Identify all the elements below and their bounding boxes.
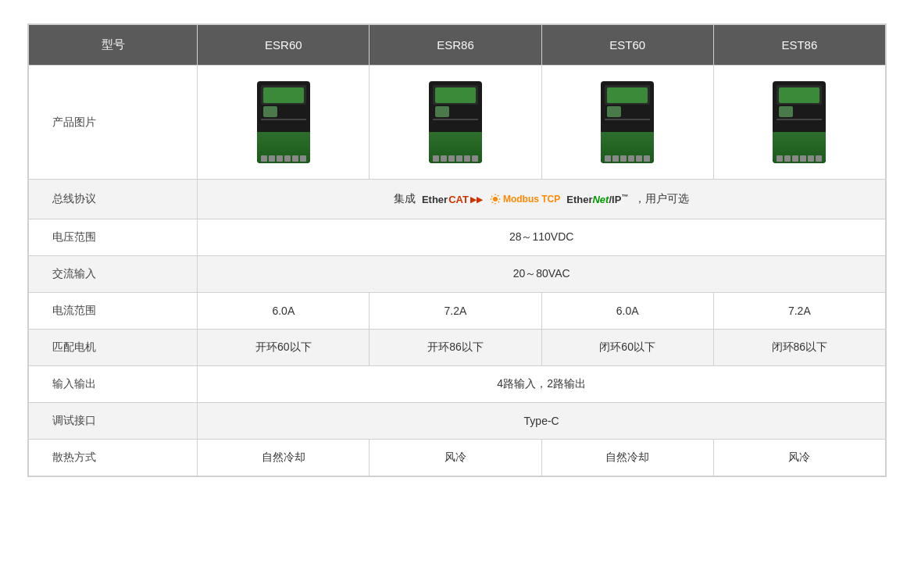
device-screen bbox=[263, 87, 304, 103]
heat-est86: 风冷 bbox=[713, 440, 885, 476]
current-esr86: 7.2A bbox=[370, 293, 541, 330]
product-image-est86 bbox=[713, 66, 885, 180]
row-label-ac-input: 交流输入 bbox=[29, 256, 198, 293]
heat-esr86: 风冷 bbox=[370, 440, 541, 476]
device-port bbox=[779, 106, 793, 117]
device-illustration-esr60 bbox=[257, 81, 310, 163]
io-text: 4路输入，2路输出 bbox=[497, 377, 586, 390]
motor-est86: 闭环86以下 bbox=[713, 330, 885, 366]
voltage-value: 28～110VDC bbox=[198, 219, 886, 256]
ac-text: 20～80VAC bbox=[513, 267, 570, 280]
current-esr60: 6.0A bbox=[198, 293, 370, 330]
header-est86: EST86 bbox=[713, 25, 885, 66]
row-label-voltage: 电压范围 bbox=[29, 219, 198, 256]
device-pins bbox=[777, 155, 822, 162]
row-label-bus-protocol: 总线协议 bbox=[29, 180, 198, 219]
device-pins bbox=[261, 155, 306, 162]
ac-value: 20～80VAC bbox=[198, 256, 886, 293]
row-label-motor: 匹配电机 bbox=[29, 330, 198, 366]
device-screen bbox=[435, 87, 476, 103]
device-screen bbox=[779, 87, 819, 103]
device-illustration-est60 bbox=[601, 81, 654, 163]
current-est86: 7.2A bbox=[713, 293, 885, 330]
device-illustration-est86 bbox=[773, 81, 826, 163]
header-esr60: ESR60 bbox=[198, 25, 370, 66]
device-port bbox=[607, 106, 621, 117]
heat-esr60: 自然冷却 bbox=[198, 440, 370, 476]
ethercat-logo: EtherCAT▶▶ bbox=[422, 194, 483, 205]
voltage-text: 28～110VDC bbox=[509, 230, 574, 243]
motor-esr86: 开环86以下 bbox=[370, 330, 541, 366]
svg-point-0 bbox=[493, 197, 498, 201]
current-est60: 6.0A bbox=[541, 293, 713, 330]
device-port bbox=[435, 106, 449, 117]
motor-esr60: 开环60以下 bbox=[198, 330, 370, 366]
header-est60: EST60 bbox=[541, 25, 713, 66]
bus-protocol-content: 集成 EtherCAT▶▶ Modbus TCP EtherNet/IP™ bbox=[213, 192, 869, 206]
row-label-product-image: 产品图片 bbox=[29, 66, 198, 180]
debug-value: Type-C bbox=[198, 403, 886, 440]
bus-prefix-text: 集成 bbox=[394, 192, 416, 206]
device-illustration-esr86 bbox=[429, 81, 482, 163]
header-model: 型号 bbox=[29, 25, 198, 66]
product-image-esr86 bbox=[370, 66, 541, 180]
device-port bbox=[263, 106, 277, 117]
bus-protocol-value-cell: 集成 EtherCAT▶▶ Modbus TCP EtherNet/IP™ bbox=[198, 180, 886, 219]
device-pins bbox=[605, 155, 650, 162]
heat-est60: 自然冷却 bbox=[541, 440, 713, 476]
device-pins bbox=[433, 155, 478, 162]
product-image-est60 bbox=[541, 66, 713, 180]
io-value: 4路输入，2路输出 bbox=[198, 366, 886, 403]
row-label-io: 输入输出 bbox=[29, 366, 198, 403]
motor-est60: 闭环60以下 bbox=[541, 330, 713, 366]
row-label-debug: 调试接口 bbox=[29, 403, 198, 440]
modbus-logo: Modbus TCP bbox=[489, 193, 560, 205]
row-label-heat: 散热方式 bbox=[29, 440, 198, 476]
ethernet-ip-logo: EtherNet/IP™ bbox=[566, 193, 628, 205]
bus-suffix-text: ，用户可选 bbox=[634, 192, 689, 206]
product-image-esr60 bbox=[198, 66, 370, 180]
device-screen bbox=[607, 87, 648, 103]
debug-text: Type-C bbox=[524, 415, 559, 427]
row-label-current: 电流范围 bbox=[29, 293, 198, 330]
header-esr86: ESR86 bbox=[370, 25, 541, 66]
comparison-table: 型号 ESR60 ESR86 EST60 EST86 产品图片 bbox=[27, 23, 887, 477]
modbus-gear-icon bbox=[489, 193, 502, 205]
